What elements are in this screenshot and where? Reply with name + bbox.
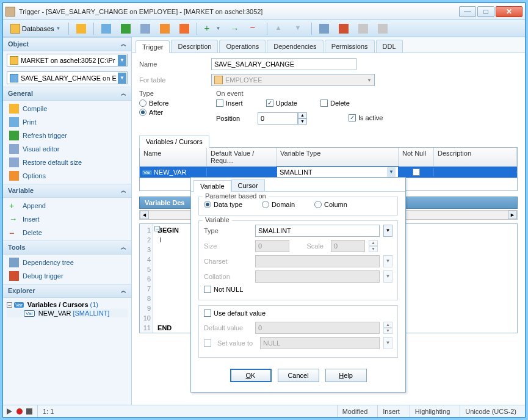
param-column-radio[interactable]: Column xyxy=(314,201,347,208)
down-button[interactable]: ▼ xyxy=(291,22,308,35)
tab-ddl[interactable]: DDL xyxy=(376,40,403,52)
debug-button[interactable] xyxy=(335,22,352,35)
grid-button[interactable] xyxy=(137,22,154,35)
dependency-tree-item[interactable]: Dependency tree xyxy=(3,256,131,269)
add-button[interactable]: +▼ xyxy=(201,22,225,35)
tab-permissions[interactable]: Permissions xyxy=(325,40,375,52)
tab-operations[interactable]: Operations xyxy=(219,40,266,52)
event-delete-check[interactable]: Delete xyxy=(320,100,350,107)
tree-button[interactable] xyxy=(316,22,333,35)
active-check[interactable]: ✓Is active xyxy=(349,114,383,121)
radio-icon xyxy=(139,109,146,116)
type-after-radio[interactable]: After xyxy=(139,109,198,116)
tab-dependencies[interactable]: Dependencies xyxy=(267,40,323,52)
col-notnull[interactable]: Not Null xyxy=(399,148,434,166)
record-icon[interactable] xyxy=(16,408,23,415)
col-default[interactable]: Default Value / Requ… xyxy=(207,148,277,166)
param-datatype-radio[interactable]: Data type xyxy=(204,201,242,208)
chevron-down-icon[interactable]: ▼ xyxy=(383,225,392,237)
export-button[interactable] xyxy=(176,22,193,35)
restore-size-item[interactable]: Restore default size xyxy=(3,156,131,169)
debug-trigger-item[interactable]: Debug trigger xyxy=(3,269,131,283)
charset-select xyxy=(255,255,380,267)
separator xyxy=(197,23,197,35)
help-button[interactable]: Help xyxy=(325,369,367,382)
explorer-section-header[interactable]: Explorer︽ xyxy=(3,284,131,298)
event-group-label: On event xyxy=(216,90,383,97)
cancel-button[interactable]: Cancel xyxy=(278,369,319,382)
spin-down[interactable]: ▼ xyxy=(298,118,307,125)
up-button[interactable]: ▲ xyxy=(271,22,288,35)
position-input[interactable] xyxy=(258,112,298,125)
tree-root[interactable]: − Var Variables / Cursors (1) xyxy=(7,300,128,309)
cell-type[interactable]: SMALLINT▼ xyxy=(277,166,399,178)
tools-section-header[interactable]: Tools︽ xyxy=(3,241,131,255)
spin-down: ▼ xyxy=(369,246,378,252)
col-name[interactable]: Name xyxy=(140,148,207,166)
param-domain-radio[interactable]: Domain xyxy=(262,201,295,208)
close-button[interactable]: ✕ xyxy=(496,6,523,17)
database-combo[interactable]: MARKET on aschel:3052 [C:\Pr▼ xyxy=(7,54,128,67)
item-label: Visual editor xyxy=(23,145,59,153)
grid-row[interactable]: VarNEW_VAR SMALLINT▼ xyxy=(140,167,517,178)
insert-item[interactable]: →Insert xyxy=(3,212,131,226)
ok-button[interactable]: OK xyxy=(230,369,272,382)
compile-button[interactable] xyxy=(73,22,90,35)
append-item[interactable]: +Append xyxy=(3,199,131,212)
type-select[interactable] xyxy=(255,225,380,237)
scroll-left[interactable]: ◄ xyxy=(140,211,149,219)
item-label: Compile xyxy=(23,105,47,112)
trigger-combo[interactable]: SAVE_SALARY_CHANGE on E▼ xyxy=(7,71,128,84)
cell-notnull[interactable] xyxy=(399,168,434,176)
remove-button[interactable]: − xyxy=(246,22,263,35)
separator xyxy=(267,23,267,35)
popup-tab-variable[interactable]: Variable xyxy=(193,180,231,192)
section-title: Variable xyxy=(8,187,34,195)
event-update-check[interactable]: ✓Update xyxy=(266,100,297,107)
compile-item[interactable]: Compile xyxy=(3,102,131,115)
variables-tab[interactable]: Variables / Cursors xyxy=(139,136,209,148)
spin-up[interactable]: ▲ xyxy=(298,112,307,118)
refresh-item[interactable]: Refresh trigger xyxy=(3,129,131,142)
print-button[interactable] xyxy=(98,22,115,35)
fold-toggle[interactable]: − xyxy=(154,226,160,231)
name-input[interactable] xyxy=(211,58,356,70)
event-insert-check[interactable]: Insert xyxy=(216,100,243,107)
edit-button[interactable] xyxy=(156,22,173,35)
chevron-down-icon: ▼ xyxy=(216,26,221,31)
databases-dropdown[interactable]: Databases ▼ xyxy=(7,22,65,35)
print-item[interactable]: Print xyxy=(3,115,131,129)
chevron-down-icon[interactable]: ▼ xyxy=(387,167,396,177)
position-spinner[interactable]: ▲▼ xyxy=(258,112,307,125)
visual-editor-item[interactable]: Visual editor xyxy=(3,142,131,156)
misc-button-2[interactable] xyxy=(374,22,391,35)
popup-tab-cursor[interactable]: Cursor xyxy=(231,179,265,191)
tree-item-type: [SMALLINT] xyxy=(73,310,109,317)
table-value: EMPLOYEE xyxy=(225,76,262,84)
misc-button-1[interactable] xyxy=(355,22,372,35)
minimize-button[interactable]: — xyxy=(459,6,476,17)
type-before-radio[interactable]: Before xyxy=(139,100,198,107)
variable-section-header[interactable]: Variable︽ xyxy=(3,184,131,198)
options-item[interactable]: Options xyxy=(3,169,131,183)
delete-item[interactable]: −Delete xyxy=(3,226,131,239)
use-default-check[interactable]: Use default value xyxy=(204,310,392,317)
spin-up: ▲ xyxy=(369,240,378,246)
col-desc[interactable]: Description xyxy=(434,148,517,166)
tree-item[interactable]: Var NEW_VAR [SMALLINT] xyxy=(7,309,128,317)
collapse-toggle[interactable]: − xyxy=(7,302,12,308)
insert-button[interactable]: → xyxy=(226,22,244,35)
stop-icon[interactable] xyxy=(26,408,32,415)
notnull-check[interactable]: Not NULL xyxy=(204,286,392,293)
object-section-header[interactable]: Object︽ xyxy=(3,37,131,51)
tab-trigger[interactable]: Trigger xyxy=(136,40,170,53)
item-label: Options xyxy=(23,172,46,179)
general-section-header[interactable]: General︽ xyxy=(3,87,131,101)
cell-desc xyxy=(434,172,517,173)
tab-description[interactable]: Description xyxy=(171,40,218,52)
maximize-button[interactable]: □ xyxy=(477,6,494,17)
refresh-button[interactable] xyxy=(117,22,134,35)
scroll-right[interactable]: ► xyxy=(508,211,517,219)
play-icon[interactable] xyxy=(7,408,13,415)
col-type[interactable]: Variable Type xyxy=(277,148,399,166)
